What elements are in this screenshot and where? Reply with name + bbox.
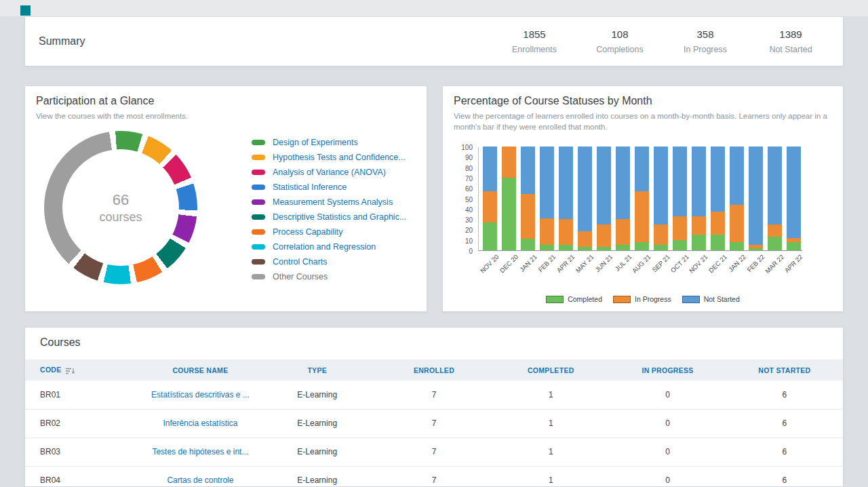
donut-legend-item[interactable]: Measurement Systems Analysis [252, 197, 406, 207]
bar-dec-21[interactable]: DEC 21 [711, 147, 725, 250]
course-code: BR01 [25, 381, 142, 409]
bar-mar-22[interactable]: MAR 22 [768, 147, 782, 250]
legend-swatch [252, 229, 265, 235]
column-header-completed[interactable]: COMPLETED [492, 359, 609, 381]
column-header-code[interactable]: CODE [25, 359, 142, 381]
donut-legend-item[interactable]: Design of Experiments [252, 138, 406, 147]
course-not-started: 6 [726, 466, 843, 487]
column-header-not-started[interactable]: NOT STARTED [726, 359, 843, 381]
bar-feb-21[interactable]: FEB 21 [540, 147, 554, 250]
bar-nov-21[interactable]: NOV 21 [692, 147, 706, 250]
bar-may-21[interactable]: MAY 21 [578, 147, 592, 250]
donut-legend-item[interactable]: Control Charts [252, 257, 406, 267]
donut-legend-item[interactable]: Process Capability [252, 227, 406, 237]
bar-legend-item[interactable]: Not Started [682, 295, 740, 303]
participation-card: Participation at a Glance View the cours… [24, 85, 427, 312]
bar-feb-22[interactable]: FEB 22 [749, 147, 763, 250]
bar-segment-in-progress [616, 219, 630, 245]
stat-not-started: 1389 Not Started [748, 28, 833, 54]
bar-jun-21[interactable]: JUN 21 [597, 147, 611, 250]
bar-apr-21[interactable]: APR 21 [559, 147, 573, 250]
donut-legend-item[interactable]: Correlation and Regression [252, 242, 406, 252]
x-axis-label: NOV 21 [688, 253, 709, 275]
column-header-type[interactable]: TYPE [259, 359, 376, 381]
column-header-in-progress[interactable]: IN PROGRESS [609, 359, 726, 381]
stat-value: 1389 [748, 28, 833, 40]
x-axis-label: JAN 22 [727, 253, 747, 273]
bar-segment-completed [502, 178, 516, 250]
y-axis-tick: 20 [465, 227, 473, 234]
bar-segment-in-progress [711, 212, 725, 235]
table-row: BR03Testes de hipóteses e int...E-Learni… [25, 437, 843, 466]
donut-legend-item[interactable]: Statistical Inference [252, 182, 406, 192]
bar-segment-not-started [635, 147, 649, 191]
course-name-link[interactable]: Cartas de controle [142, 466, 258, 487]
x-axis-label: FEB 21 [537, 253, 557, 273]
courses-card: Courses CODECOURSE NAMETYPEENROLLEDCOMPL… [24, 327, 844, 487]
legend-label: Analysis of Variance (ANOVA) [273, 168, 386, 177]
course-name-link[interactable]: Testes de hipóteses e int... [142, 437, 258, 466]
bar-legend-item[interactable]: In Progress [613, 295, 671, 303]
y-axis-tick: 80 [465, 164, 473, 172]
y-axis-tick: 70 [465, 174, 473, 182]
donut-legend-item[interactable]: Analysis of Variance (ANOVA) [252, 168, 406, 177]
bar-segment-not-started [730, 147, 744, 205]
column-header-course-name[interactable]: COURSE NAME [142, 359, 258, 381]
legend-label: Correlation and Regression [273, 242, 376, 252]
stat-label: Completions [577, 45, 663, 54]
legend-swatch [613, 296, 631, 303]
bar-segment-not-started [597, 147, 611, 225]
bar-segment-in-progress [635, 191, 649, 242]
bar-segment-in-progress [654, 225, 668, 246]
donut-legend-item[interactable]: Descriptive Statistics and Graphic... [252, 212, 406, 222]
course-completed: 1 [492, 466, 609, 487]
bar-jul-21[interactable]: JUL 21 [616, 147, 630, 250]
x-axis-label: DEC 20 [498, 253, 519, 274]
donut-legend-item[interactable]: Hypothesis Tests and Confidence... [252, 153, 406, 162]
course-name-link[interactable]: Inferência estatística [142, 409, 258, 437]
legend-label: Other Courses [273, 272, 328, 281]
bar-segment-not-started [559, 147, 573, 219]
bar-dec-20[interactable]: DEC 20 [502, 147, 516, 250]
stat-enrollments: 1855 Enrollments [492, 28, 577, 54]
stat-value: 108 [577, 28, 663, 40]
course-in-progress: 0 [609, 409, 726, 437]
donut-center-value: 66 [113, 191, 129, 209]
donut-legend-item[interactable]: Other Courses [252, 272, 406, 281]
x-axis-label: DEC 21 [707, 253, 728, 274]
app-logo[interactable] [20, 5, 31, 16]
legend-label: Measurement Systems Analysis [273, 197, 393, 207]
bar-oct-21[interactable]: OCT 21 [673, 147, 687, 250]
x-axis-label: JAN 21 [518, 253, 538, 273]
bar-aug-21[interactable]: AUG 21 [635, 147, 649, 250]
bar-jan-21[interactable]: JAN 21 [521, 147, 535, 250]
bar-segment-completed [616, 245, 630, 250]
sort-icon[interactable] [66, 368, 75, 374]
bar-jan-22[interactable]: JAN 22 [730, 147, 744, 250]
bar-sep-21[interactable]: SEP 21 [654, 147, 668, 250]
donut-chart[interactable]: 66 courses [44, 131, 197, 284]
dashboard-page: Summary 1855 Enrollments 108 Completions… [0, 0, 868, 487]
bar-segment-not-started [616, 147, 630, 219]
y-axis-tick: 30 [465, 216, 473, 224]
x-axis-label: NOV 20 [479, 253, 500, 275]
bar-segment-in-progress [559, 219, 573, 245]
bar-segment-completed [749, 248, 763, 250]
legend-swatch [682, 296, 700, 303]
course-name-link[interactable]: Estatísticas descritivas e ... [142, 381, 258, 409]
legend-swatch [252, 274, 265, 279]
bar-segment-completed [692, 235, 706, 250]
x-axis-label: JUL 21 [614, 253, 633, 273]
bar-legend-item[interactable]: Completed [546, 295, 602, 303]
course-enrolled: 7 [376, 437, 492, 466]
bar-segment-in-progress [692, 216, 706, 235]
bar-apr-22[interactable]: APR 22 [787, 147, 801, 250]
legend-label: Hypothesis Tests and Confidence... [273, 153, 406, 162]
stat-label: Not Started [748, 45, 833, 54]
bar-segment-in-progress [730, 205, 744, 242]
course-enrolled: 7 [376, 409, 492, 437]
bar-nov-20[interactable]: NOV 20 [483, 147, 497, 250]
bar-segment-in-progress [540, 218, 554, 246]
column-header-enrolled[interactable]: ENROLLED [376, 359, 492, 381]
bar-segment-in-progress [673, 216, 687, 240]
